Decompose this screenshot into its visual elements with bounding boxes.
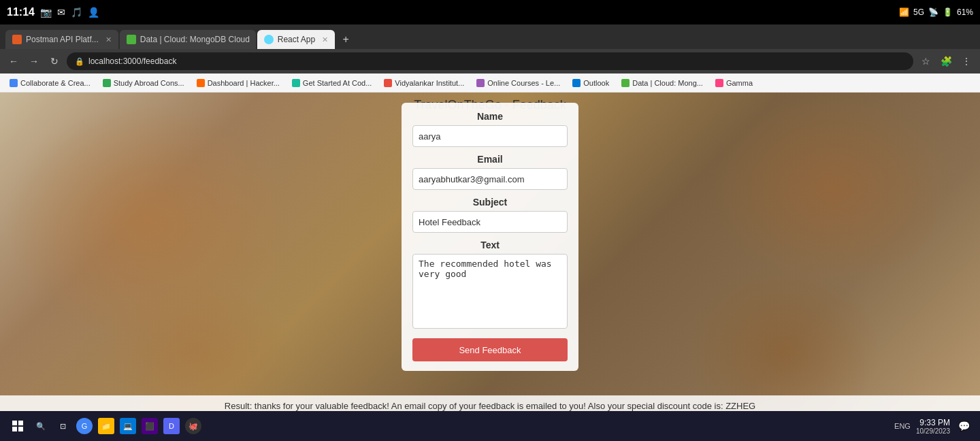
subject-input[interactable] [412, 211, 568, 233]
win-cell-2 [18, 421, 23, 425]
signal-icon: 📶 [899, 7, 909, 17]
taskbar-clock: 9:33 PM 10/29/2023 [916, 418, 950, 435]
taskbar-discord[interactable]: D [163, 418, 180, 434]
bookmark-collaborate[interactable]: Collaborate & Crea... [5, 78, 95, 88]
bookmark-getstarted[interactable]: Get Started At Cod... [288, 78, 376, 88]
bookmark-courses[interactable]: Online Courses - Le... [472, 78, 564, 88]
app-icon-1: 🎵 [71, 7, 82, 18]
bookmark-favicon-9 [715, 79, 723, 87]
bookmark-favicon-8 [621, 79, 630, 87]
name-label: Name [412, 111, 568, 122]
tab-label-postman: Postman API Platf... [26, 35, 99, 44]
bookmark-favicon-1 [10, 79, 18, 87]
bookmark-outlook[interactable]: Outlook [568, 78, 613, 88]
system-time: 11:14 [7, 6, 35, 18]
wifi-icon: 📡 [928, 7, 938, 17]
tab-postman[interactable]: Postman API Platf... ✕ [5, 30, 118, 49]
bookmark-label-7: Outlook [583, 79, 609, 87]
system-bar-right: 📶 5G 📡 🔋 61% [899, 7, 973, 17]
taskbar-taskview[interactable]: ⊡ [54, 418, 71, 434]
email-label: Email [412, 154, 568, 165]
address-text: localhost:3000/feedback [88, 56, 176, 66]
taskbar-vscode[interactable]: 💻 [120, 418, 136, 434]
system-bar-left: 11:14 📷 ✉ 🎵 👤 [7, 6, 99, 18]
win-cell-4 [18, 427, 23, 431]
signal-text: 5G [913, 7, 924, 17]
bookmark-label-6: Online Courses - Le... [487, 79, 560, 87]
bookmark-label-5: Vidyalankar Institut... [395, 79, 464, 87]
result-text: Result: thanks for your valuable feedbac… [225, 401, 755, 411]
tab-bar: Postman API Platf... ✕ Data | Cloud: Mon… [0, 24, 980, 49]
email-input[interactable] [412, 168, 568, 190]
browser-chrome: Postman API Platf... ✕ Data | Cloud: Mon… [0, 24, 980, 74]
instagram-icon: 📷 [40, 7, 52, 18]
send-feedback-button[interactable]: Send Feedback [412, 338, 568, 361]
bookmark-favicon-2 [103, 79, 111, 87]
text-label: Text [412, 240, 568, 250]
windows-logo [12, 421, 23, 431]
bookmark-favicon-6 [476, 79, 485, 87]
bookmark-label-9: Gamma [726, 79, 753, 87]
text-textarea[interactable]: The recommended hotel was very good [412, 254, 568, 329]
bookmark-gamma[interactable]: Gamma [711, 78, 757, 88]
bookmark-label-8: Data | Cloud: Mong... [632, 79, 703, 87]
bookmark-favicon-4 [292, 79, 300, 87]
notification-icon[interactable]: 💬 [956, 418, 972, 434]
bookmark-favicon-7 [572, 79, 581, 87]
bookmark-favicon-3 [197, 79, 205, 87]
taskbar-time: 9:33 PM [916, 418, 950, 427]
taskbar-left: 🔍 ⊡ G 📁 💻 ⬛ D 🐙 [8, 416, 201, 436]
tab-close-postman[interactable]: ✕ [105, 35, 112, 44]
battery-text: 61% [957, 7, 973, 17]
back-button[interactable]: ← [5, 53, 22, 69]
reload-button[interactable]: ↻ [46, 53, 63, 69]
bookmark-label-2: Study Abroad Cons... [114, 79, 184, 87]
menu-button[interactable]: ⋮ [958, 53, 975, 69]
system-bar: 11:14 📷 ✉ 🎵 👤 📶 5G 📡 🔋 61% [0, 0, 980, 24]
bookmark-label-1: Collaborate & Crea... [20, 79, 91, 87]
lock-icon: 🔒 [75, 57, 84, 66]
app-icon-2: 👤 [88, 7, 99, 18]
windows-start-button[interactable] [8, 416, 27, 436]
taskbar-search[interactable]: 🔍 [33, 418, 49, 434]
taskbar: 🔍 ⊡ G 📁 💻 ⬛ D 🐙 ENG 9:33 PM 10/29/2023 💬 [0, 411, 980, 441]
bookmark-favicon-5 [384, 79, 392, 87]
battery-icon: 🔋 [943, 7, 953, 17]
bookmark-dashboard[interactable]: Dashboard | Hacker... [193, 78, 284, 88]
bookmark-star[interactable]: ☆ [917, 53, 934, 69]
taskbar-explorer[interactable]: 📁 [98, 418, 114, 434]
bookmark-mongodb[interactable]: Data | Cloud: Mong... [617, 78, 707, 88]
subject-label: Subject [412, 197, 568, 208]
address-bar[interactable]: 🔒 localhost:3000/feedback [67, 52, 913, 70]
nav-bar: ← → ↻ 🔒 localhost:3000/feedback ☆ 🧩 ⋮ [0, 49, 980, 74]
taskbar-github[interactable]: 🐙 [185, 418, 201, 434]
feedback-form: Name Email Subject Text The recommended … [402, 103, 578, 371]
bookmark-study[interactable]: Study Abroad Cons... [99, 78, 189, 88]
tab-favicon-postman [12, 35, 22, 44]
tab-close-react[interactable]: ✕ [322, 35, 328, 44]
tab-react[interactable]: React App ✕ [257, 30, 335, 49]
tab-mongodb[interactable]: Data | Cloud: MongoDB Cloud ✕ [120, 30, 256, 49]
win-cell-3 [12, 427, 17, 431]
taskbar-lang: ENG [894, 422, 911, 430]
win-cell-1 [12, 421, 17, 425]
mail-icon: ✉ [57, 7, 65, 18]
taskbar-date: 10/29/2023 [916, 427, 950, 435]
bookmark-label-3: Dashboard | Hacker... [208, 79, 280, 87]
name-input[interactable] [412, 125, 568, 147]
bookmark-label-4: Get Started At Cod... [303, 79, 372, 87]
taskbar-right: ENG 9:33 PM 10/29/2023 💬 [894, 418, 972, 435]
tab-favicon-mongodb [127, 35, 136, 44]
tab-label-mongodb: Data | Cloud: MongoDB Cloud [140, 35, 250, 44]
tab-favicon-react [264, 35, 274, 44]
taskbar-terminal[interactable]: ⬛ [142, 418, 158, 434]
main-content: TravelOnTheGo - Feedback Name Email Subj… [0, 93, 980, 416]
forward-button[interactable]: → [26, 53, 42, 69]
taskbar-chrome[interactable]: G [76, 418, 93, 434]
bookmarks-bar: Collaborate & Crea... Study Abroad Cons.… [0, 74, 980, 93]
bookmark-vidyalankar[interactable]: Vidyalankar Institut... [380, 78, 468, 88]
tab-label-react: React App [278, 35, 315, 44]
new-tab-button[interactable]: + [336, 30, 355, 49]
extensions-icon[interactable]: 🧩 [938, 53, 954, 69]
